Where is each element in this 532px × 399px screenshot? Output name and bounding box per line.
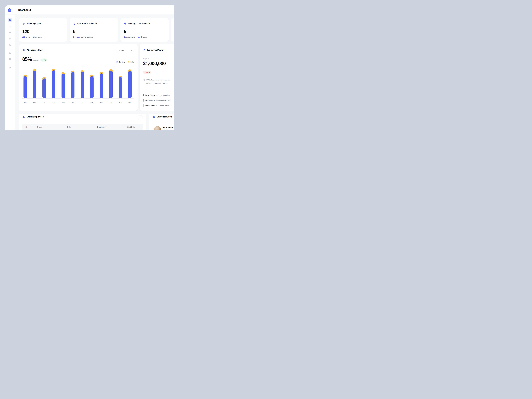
sparkle-icon [8,9,11,11]
stat-segment-label: on leave [35,36,42,38]
month-label-may: May [59,101,68,103]
payroll-label: Payroll [143,58,149,60]
dot-separator [136,37,137,37]
logo-cell [5,6,15,15]
dot-separator [31,37,32,37]
sidebar-item-bar-chart[interactable] [8,44,11,46]
svg-text:$: $ [10,38,10,39]
stat-segment-label: annual leave [125,36,135,38]
stat-card: Pending Leave Requests 5 4annual leave1s… [120,18,169,42]
invoice-icon [8,58,11,61]
breakdown-color-chip [143,104,144,107]
breakdown-desc: – Includes taxes, i [156,105,170,107]
clock-icon [8,31,11,34]
avatar [154,126,161,130]
bar-on-time-jul [81,72,84,98]
stat-segment-label: active [25,36,30,38]
money-bag-icon: $ [143,49,146,51]
payroll-note-line2: ensuring fair compensation. [146,82,170,85]
app-logo[interactable] [8,8,12,12]
stat-card-subtext: 110active10on leave [22,36,42,38]
top-bar: Dashboard [5,6,174,15]
month-label-sep: Sep [97,101,106,103]
leave-request-item[interactable]: Alice Wong Feb 10 - Feb 15 [152,124,174,130]
payroll-title: Employee Payroll [147,49,164,51]
stat-segment-value: 110 [22,36,25,38]
svg-text:$: $ [144,50,145,51]
attendance-chart [22,44,134,99]
bar-on-time-sep [100,73,103,98]
column-header-id: # ID [25,126,28,128]
payroll-breakdown-row: Base Salary– Largest portion [143,94,170,96]
payroll-note: 85% allocated to base salaries ensuring … [143,78,170,85]
stat-segment-label: sick leave [139,36,147,38]
stat-card-title: Pending Leave Requests [128,23,150,25]
gear-icon [8,66,11,69]
sidebar-item-gear[interactable] [8,66,11,69]
month-label-dec: Dec [126,101,134,103]
bar-on-time-aug [90,76,94,98]
breakdown-label: Base Salary [145,94,155,96]
month-label-mar: Mar [40,101,49,103]
payroll-delta-badge: ↓0.5% [143,71,151,74]
sidebar: $ [5,15,15,130]
stat-card-title: Total Employees [26,23,41,25]
sidebar-item-money-bag[interactable]: $ [8,37,11,40]
month-label-nov: Nov [116,101,125,103]
sidebar-item-briefcase[interactable] [8,52,11,55]
stat-card: New Hires This Month 5 3 personhave onbo… [70,18,118,42]
sidebar-item-people[interactable] [8,25,11,28]
breakdown-color-chip [143,94,144,96]
month-label-apr: Apr [49,101,58,103]
people-icon [8,25,11,28]
sidebar-item-clock[interactable] [8,31,11,34]
attendance-card: Attendance Rate Monthly 85% on-time ↑4% … [19,44,138,111]
payroll-delta-value: 0.5% [146,71,150,73]
stat-card-value: 5 [124,29,126,34]
stat-segment-value: 4 [124,36,125,38]
breakdown-label: Deductions [145,105,155,107]
stat-segment-value: 10 [33,36,35,38]
leave-request-name: Alice Wong [163,126,173,129]
payroll-amount: $1,000,000 [143,61,166,66]
stat-card-subtext: 4annual leave1sick leave [124,36,147,38]
people-group-icon [22,22,25,25]
app-window: Dashboard $ Total Employees 120 110activ… [5,6,174,130]
sidebar-divider [7,49,13,49]
column-header-role: Role [67,126,71,128]
more-options-button[interactable] [138,115,143,120]
money-bag-icon: $ [8,37,11,40]
breakdown-desc: – Variable based on p [154,99,171,101]
stat-card-value: 5 [73,29,75,34]
month-label-jul: Jul [78,101,87,103]
bar-on-time-jun [71,72,75,98]
stat-card-subtext: 3 personhave onboarded [73,36,93,38]
content-area: Total Employees 120 110active10on leave … [15,15,174,130]
leave-requests-title: Leave Requests [157,116,172,118]
month-label-feb: Feb [30,101,39,103]
stat-segment-label: have onboarded [81,36,93,38]
logo-dot [11,8,11,9]
stopwatch-icon [124,22,127,25]
stat-card: Total Employees 120 110active10on leave [19,18,67,42]
bar-on-time-jan [24,76,27,98]
bar-on-time-feb [33,71,36,98]
sidebar-item-invoice[interactable] [8,58,11,61]
stat-card-value: 120 [22,29,29,34]
page-title: Dashboard [18,8,31,11]
sidebar-item-home[interactable] [8,18,12,22]
column-header-start-date: Start Date [127,126,135,128]
latest-employees-card: Latest Employees # IDNameRoleDepartmentS… [19,114,146,130]
bar-on-time-may [62,74,65,98]
leave-request-dates: Feb 10 - Feb 15 [163,130,174,130]
month-label-jun: Jun [68,101,77,103]
bar-chart-icon [8,44,11,46]
bar-on-time-apr [52,70,55,98]
column-header-department: Department [97,126,106,128]
table-header-row: # IDNameRoleDepartmentStart Date [22,124,143,130]
breakdown-color-chip [143,99,144,101]
home-icon [9,19,11,21]
stat-card-title: New Hires This Month [77,23,97,25]
screen: Dashboard $ Total Employees 120 110activ… [0,0,174,130]
bar-on-time-dec [128,71,132,98]
